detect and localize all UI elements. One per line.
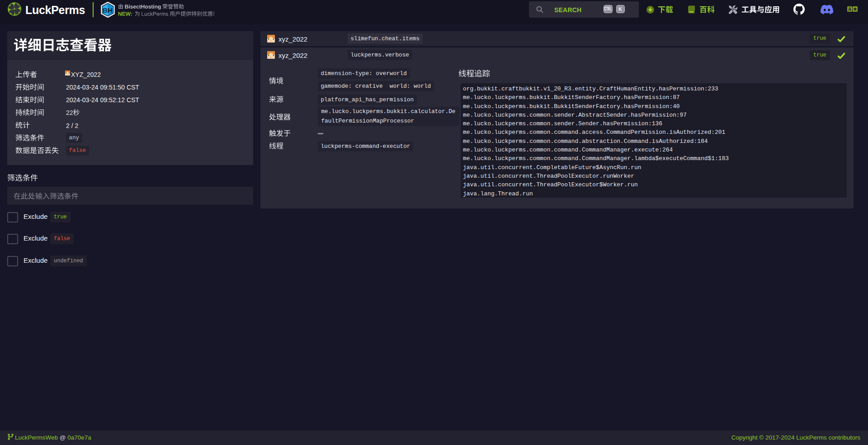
svg-text:A: A	[848, 7, 851, 12]
svg-text:B: B	[103, 6, 108, 14]
svg-text:H: H	[108, 6, 113, 14]
